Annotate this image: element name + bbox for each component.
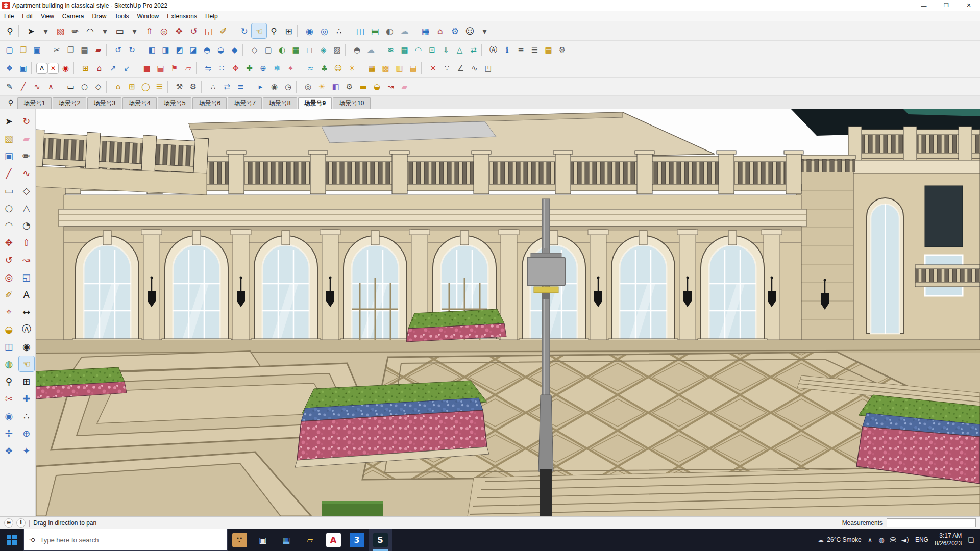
separator-icon[interactable] — [45, 44, 49, 56]
walk-2-icon[interactable]: ∴ — [206, 80, 220, 93]
compass-tool-icon[interactable]: ⊕ — [19, 425, 34, 441]
dimension-tool-icon[interactable]: ↔ — [19, 304, 34, 319]
separator-icon[interactable] — [135, 62, 139, 74]
house-icon[interactable]: ⌂ — [111, 80, 125, 93]
text-3d-icon[interactable]: Ⓐ — [486, 43, 500, 57]
dots-icon[interactable]: ∵ — [440, 61, 454, 75]
top-view-icon[interactable]: ◓ — [200, 43, 214, 57]
store-button[interactable]: ▦ — [275, 529, 298, 551]
zoom-window-tool-icon[interactable]: ⊞ — [19, 373, 34, 389]
cut-icon[interactable]: ✂ — [50, 43, 64, 57]
polygon-tool-icon[interactable]: △ — [19, 200, 34, 215]
stairs-icon[interactable]: ☰ — [153, 80, 166, 93]
onedrive-icon[interactable]: ◍ — [878, 536, 884, 544]
mirror-icon[interactable]: ⇋ — [201, 61, 215, 75]
monochrome-icon[interactable]: ◻ — [303, 43, 316, 57]
smoove-icon[interactable]: ◠ — [411, 43, 425, 57]
scene-tab-场景号7[interactable]: 场景号7 — [228, 97, 262, 109]
tape-measure-icon[interactable]: ✐ — [216, 23, 231, 38]
scene-tab-场景号5[interactable]: 场景号5 — [158, 97, 192, 109]
render-icon[interactable]: ◧ — [329, 80, 342, 93]
table-icon[interactable]: ▥ — [393, 61, 406, 75]
swatch-red-icon[interactable]: ■ — [140, 61, 154, 75]
intersect-tool-icon[interactable]: ◱ — [19, 269, 34, 285]
sun-icon[interactable]: ☀ — [345, 61, 359, 75]
paint-bucket-tool-icon[interactable]: ▧ — [1, 131, 16, 146]
clock[interactable]: 3:17 AM 8/26/2023 — [935, 532, 962, 547]
rotate-tool-icon[interactable]: ↺ — [1, 252, 16, 267]
sandbox-from-contours-icon[interactable]: ≋ — [384, 43, 398, 57]
separator-icon[interactable] — [249, 81, 253, 93]
clock-icon[interactable]: ◷ — [281, 80, 295, 93]
scissors-tool-icon[interactable]: ✂ — [1, 391, 16, 406]
grid-icon[interactable]: ▦ — [365, 61, 379, 75]
zoom-extents-icon[interactable]: ⚲ — [3, 23, 17, 38]
styles-icon[interactable]: ▤ — [368, 23, 382, 38]
separator-icon[interactable] — [59, 81, 63, 93]
fog-icon[interactable]: ☁ — [397, 23, 412, 38]
scene-tab-场景号4[interactable]: 场景号4 — [122, 97, 157, 109]
eye-icon[interactable]: ◎ — [301, 80, 315, 93]
select-icon[interactable]: ➤ — [23, 23, 38, 38]
add-detail-icon[interactable]: △ — [453, 43, 467, 57]
menu-file[interactable]: File — [0, 12, 18, 21]
separator-icon[interactable] — [167, 81, 172, 93]
separator-icon[interactable] — [296, 81, 300, 93]
text-tool-icon[interactable]: A — [19, 287, 34, 302]
camera-2-icon[interactable]: ◉ — [267, 80, 281, 93]
extension-warehouse-icon[interactable]: ⚙ — [448, 23, 462, 38]
arc-icon[interactable]: ◠ — [83, 23, 97, 38]
orbit-tool-icon[interactable]: ↻ — [19, 113, 34, 129]
person-icon[interactable]: ☺ — [462, 23, 477, 38]
roof-icon[interactable]: ⌂ — [92, 61, 106, 75]
tape-measure-tool-icon[interactable]: ✐ — [1, 287, 16, 302]
position-camera-tool-icon[interactable]: ◉ — [1, 408, 16, 423]
cylinder-icon[interactable]: ◯ — [139, 80, 153, 93]
left-view-icon[interactable]: ◩ — [173, 43, 186, 57]
separator-icon[interactable] — [299, 62, 303, 74]
viewport-3d[interactable] — [36, 109, 980, 516]
angle-icon[interactable]: ∠ — [454, 61, 468, 75]
curve-icon[interactable]: ∿ — [30, 80, 44, 93]
iso-view-icon[interactable]: ◆ — [228, 43, 241, 57]
geolocation-icon[interactable]: ⊕ — [4, 518, 13, 528]
separator-icon[interactable] — [481, 44, 485, 56]
look-around-tool-icon[interactable]: ◉ — [19, 339, 34, 354]
scene-tab-场景号2[interactable]: 场景号2 — [53, 97, 87, 109]
separator-icon[interactable] — [140, 44, 144, 56]
line-icon[interactable]: ✏ — [68, 23, 83, 38]
save-icon[interactable]: ▣ — [30, 43, 44, 57]
separator-icon[interactable] — [379, 44, 383, 56]
font-box-icon[interactable]: A — [37, 63, 47, 73]
corgi-avatar-button[interactable]: ∵ — [228, 529, 251, 551]
separator-icon[interactable] — [360, 62, 364, 74]
entity-info-icon[interactable]: ☰ — [528, 43, 542, 57]
ruler-icon[interactable]: ▬ — [356, 80, 370, 93]
start-button[interactable] — [0, 529, 23, 551]
rotated-rectangle-tool-icon[interactable]: ◇ — [19, 183, 34, 198]
zoom-icon[interactable]: ⚲ — [266, 23, 281, 38]
separator-icon[interactable] — [297, 25, 301, 37]
line-red-icon[interactable]: ╱ — [16, 80, 30, 93]
app-3-button[interactable]: 3 — [345, 529, 369, 551]
freehand-tool-icon[interactable]: ∿ — [19, 165, 34, 181]
back-view-icon[interactable]: ◨ — [159, 43, 173, 57]
shadows-toggle-icon[interactable]: ◓ — [350, 43, 364, 57]
hidden-icons-button[interactable]: ∧ — [868, 536, 873, 544]
add-icon[interactable]: ✚ — [242, 61, 256, 75]
menu-extensions[interactable]: Extensions — [163, 12, 201, 21]
warehouse-3d-icon[interactable]: ⌂ — [433, 23, 448, 38]
separator-icon[interactable] — [196, 62, 200, 74]
rectangle-icon[interactable]: ▭ — [112, 23, 127, 38]
preferences-icon[interactable]: ⚙ — [555, 43, 569, 57]
shadows-icon[interactable]: ◐ — [382, 23, 397, 38]
separator-icon[interactable] — [106, 81, 110, 93]
circle-2-icon[interactable]: ○ — [78, 80, 91, 93]
separator-icon[interactable] — [31, 62, 35, 74]
distribute-icon[interactable]: ≡ — [234, 80, 248, 93]
rotate-icon[interactable]: ↺ — [186, 23, 201, 38]
zoom-tool-icon[interactable]: ⚲ — [1, 373, 16, 389]
edit-pencil-icon[interactable]: ✎ — [3, 80, 16, 93]
acrobat-button[interactable]: A — [322, 529, 345, 551]
polyline-icon[interactable]: ∧ — [44, 80, 58, 93]
